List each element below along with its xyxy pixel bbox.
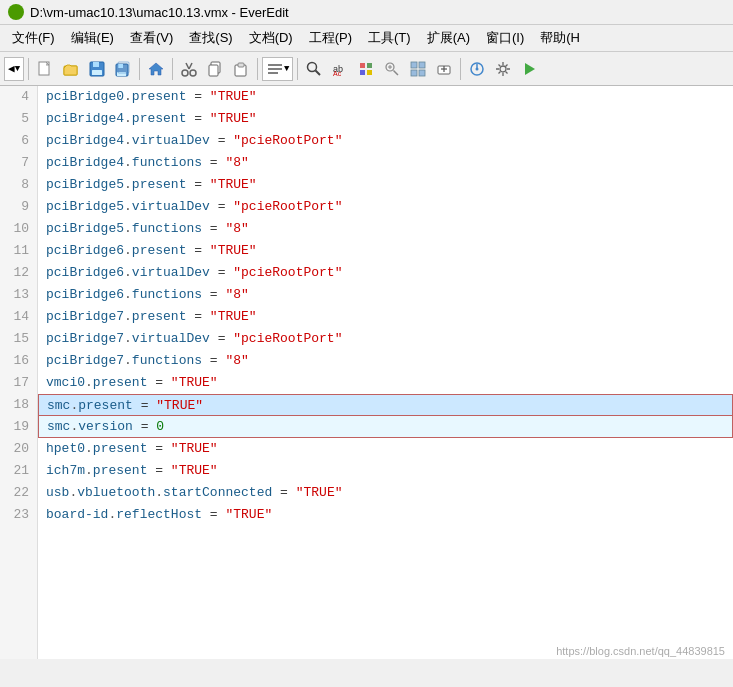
svg-text:Ac: Ac [333, 70, 342, 77]
grid-button[interactable] [406, 57, 430, 81]
menu-help[interactable]: 帮助(H [532, 27, 588, 49]
toolbar-dropdown-arrow[interactable]: ◀ ▼ [4, 57, 24, 81]
svg-point-10 [182, 70, 188, 76]
code-line-16[interactable]: pciBridge7.functions = "8" [38, 350, 733, 372]
title-bar: D:\vm-umac10.13\umac10.13.vmx - EverEdit [0, 0, 733, 25]
paste-button[interactable] [229, 57, 253, 81]
menu-doc[interactable]: 文档(D) [241, 27, 301, 49]
menu-project[interactable]: 工程(P) [301, 27, 360, 49]
code-area[interactable]: pciBridge0.present = "TRUE"pciBridge4.pr… [38, 86, 733, 659]
svg-line-13 [189, 63, 192, 69]
line-num-17: 17 [8, 372, 29, 394]
code-line-9[interactable]: pciBridge5.virtualDev = "pcieRootPort" [38, 196, 733, 218]
search-button[interactable] [302, 57, 326, 81]
code-line-21[interactable]: ich7m.present = "TRUE" [38, 460, 733, 482]
menu-view[interactable]: 查看(V) [122, 27, 181, 49]
align-dropdown-chevron: ▼ [284, 64, 289, 74]
code-line-14[interactable]: pciBridge7.present = "TRUE" [38, 306, 733, 328]
run-button[interactable] [517, 57, 541, 81]
line-num-13: 13 [8, 284, 29, 306]
line-num-21: 21 [8, 460, 29, 482]
code-line-6[interactable]: pciBridge4.virtualDev = "pcieRootPort" [38, 130, 733, 152]
dropdown-chevron-icon: ▼ [15, 64, 20, 74]
line-num-20: 20 [8, 438, 29, 460]
code-line-4[interactable]: pciBridge0.present = "TRUE" [38, 86, 733, 108]
align-dropdown[interactable]: ▼ [262, 57, 293, 81]
svg-rect-34 [419, 62, 425, 68]
svg-rect-28 [367, 70, 372, 75]
svg-point-43 [500, 66, 506, 72]
find-replace-button[interactable]: ab Ac [328, 57, 352, 81]
cut-button[interactable] [177, 57, 201, 81]
svg-marker-44 [525, 63, 535, 75]
toolbar-separator-1 [28, 58, 29, 80]
svg-rect-4 [92, 70, 102, 75]
title-text: D:\vm-umac10.13\umac10.13.vmx - EverEdit [30, 5, 289, 20]
line-num-22: 22 [8, 482, 29, 504]
arrow-left-icon: ◀ [8, 62, 15, 75]
search2-button[interactable] [380, 57, 404, 81]
toolbar-separator-5 [297, 58, 298, 80]
line-num-11: 11 [8, 240, 29, 262]
menu-tools[interactable]: 工具(T) [360, 27, 419, 49]
code-line-8[interactable]: pciBridge5.present = "TRUE" [38, 174, 733, 196]
svg-rect-36 [419, 70, 425, 76]
code-line-23[interactable]: board-id.reflectHost = "TRUE" [38, 504, 733, 526]
svg-point-11 [190, 70, 196, 76]
code-line-22[interactable]: usb.vbluetooth.startConnected = "TRUE" [38, 482, 733, 504]
svg-line-12 [186, 63, 189, 69]
toolbar-separator-2 [139, 58, 140, 80]
svg-rect-35 [411, 70, 417, 76]
toolbar: ◀ ▼ ▼ ab Ac [0, 52, 733, 86]
settings-button[interactable] [491, 57, 515, 81]
code-line-11[interactable]: pciBridge6.present = "TRUE" [38, 240, 733, 262]
code-line-10[interactable]: pciBridge5.functions = "8" [38, 218, 733, 240]
menu-window[interactable]: 窗口(I) [478, 27, 532, 49]
menu-bar: 文件(F) 编辑(E) 查看(V) 查找(S) 文档(D) 工程(P) 工具(T… [0, 25, 733, 52]
new-file-button[interactable] [33, 57, 57, 81]
line-num-14: 14 [8, 306, 29, 328]
copy-button[interactable] [203, 57, 227, 81]
line-num-15: 15 [8, 328, 29, 350]
zoom-button[interactable] [432, 57, 456, 81]
svg-rect-26 [367, 63, 372, 68]
editor: 4567891011121314151617181920212223 pciBr… [0, 86, 733, 659]
svg-rect-6 [118, 64, 123, 68]
code-line-13[interactable]: pciBridge6.functions = "8" [38, 284, 733, 306]
open-file-button[interactable] [59, 57, 83, 81]
line-numbers: 4567891011121314151617181920212223 [0, 86, 38, 659]
code-line-12[interactable]: pciBridge6.virtualDev = "pcieRootPort" [38, 262, 733, 284]
plugin-button[interactable] [465, 57, 489, 81]
svg-rect-27 [360, 70, 365, 75]
toolbar-separator-6 [460, 58, 461, 80]
code-line-19[interactable]: smc.version = 0 [38, 416, 733, 438]
menu-edit[interactable]: 编辑(E) [63, 27, 122, 49]
color-picker-button[interactable] [354, 57, 378, 81]
svg-rect-33 [411, 62, 417, 68]
svg-marker-9 [149, 63, 163, 75]
line-num-4: 4 [8, 86, 29, 108]
menu-extend[interactable]: 扩展(A) [419, 27, 478, 49]
svg-rect-3 [93, 62, 99, 67]
code-line-17[interactable]: vmci0.present = "TRUE" [38, 372, 733, 394]
line-num-5: 5 [8, 108, 29, 130]
svg-line-22 [316, 70, 321, 75]
line-num-16: 16 [8, 350, 29, 372]
svg-rect-25 [360, 63, 365, 68]
code-line-7[interactable]: pciBridge4.functions = "8" [38, 152, 733, 174]
line-num-8: 8 [8, 174, 29, 196]
code-line-5[interactable]: pciBridge4.present = "TRUE" [38, 108, 733, 130]
line-num-9: 9 [8, 196, 29, 218]
home-button[interactable] [144, 57, 168, 81]
save-all-button[interactable] [111, 57, 135, 81]
save-file-button[interactable] [85, 57, 109, 81]
line-num-6: 6 [8, 130, 29, 152]
code-line-15[interactable]: pciBridge7.virtualDev = "pcieRootPort" [38, 328, 733, 350]
code-line-20[interactable]: hpet0.present = "TRUE" [38, 438, 733, 460]
menu-file[interactable]: 文件(F) [4, 27, 63, 49]
line-num-12: 12 [8, 262, 29, 284]
toolbar-separator-3 [172, 58, 173, 80]
svg-rect-15 [209, 65, 218, 76]
menu-search[interactable]: 查找(S) [181, 27, 240, 49]
code-line-18[interactable]: smc.present = "TRUE" [38, 394, 733, 416]
